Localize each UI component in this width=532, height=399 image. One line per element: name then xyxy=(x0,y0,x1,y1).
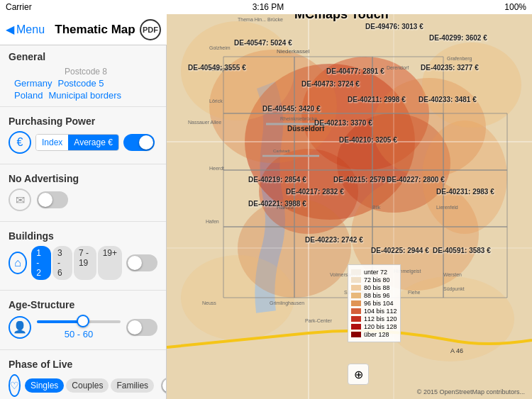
toggle-thumb-na xyxy=(38,193,52,207)
svg-text:Derendorf: Derendorf xyxy=(387,65,409,70)
legend-item-7: 120 bis 128 xyxy=(351,323,397,330)
no-advertising-toggle[interactable] xyxy=(37,191,68,208)
back-button[interactable]: ◀ Menu xyxy=(6,23,45,36)
svg-text:Rheinkniebrücke: Rheinkniebrücke xyxy=(280,116,317,121)
pp-toggle-switch[interactable] xyxy=(123,134,155,151)
germany-item[interactable]: Germany xyxy=(14,78,52,89)
legend-item-1: 72 bis 80 xyxy=(351,276,397,283)
svg-text:Bilk: Bilk xyxy=(372,205,381,210)
nav-bar: ◀ Menu Thematic Map PDF xyxy=(0,14,167,45)
age-slider-thumb[interactable] xyxy=(77,315,89,327)
map-legend: unter 72 72 bis 80 80 bis 88 88 bis 96 9… xyxy=(348,264,401,342)
location-button[interactable]: ⊕ xyxy=(348,364,369,385)
legend-color-6 xyxy=(351,316,361,322)
svg-text:Heerdt: Heerdt xyxy=(209,166,224,171)
svg-text:Wersten: Wersten xyxy=(443,272,462,277)
phase-tag-families[interactable]: Families xyxy=(111,378,154,393)
legend-color-0 xyxy=(351,269,361,275)
legend-label-1: 72 bis 80 xyxy=(364,276,390,283)
legend-label-7: 120 bis 128 xyxy=(364,323,397,330)
pdf-label: PDF xyxy=(143,26,158,34)
no-advertising-title: No Advertising xyxy=(9,173,157,184)
carrier-label: Carrier xyxy=(6,2,32,12)
age-slider-label: 50 - 60 xyxy=(37,329,121,339)
time-label: 3:16 PM xyxy=(253,2,284,12)
buildings-section: Buildings ⌂ 1 - 2 3 - 6 7 - 19 19+ xyxy=(0,225,166,287)
euro-icon: € xyxy=(9,131,31,154)
pp-toggle-group[interactable]: Index Average € xyxy=(35,134,119,151)
building-tag-7-19[interactable]: 7 - 19 xyxy=(74,246,96,280)
back-arrow-icon: ◀ xyxy=(6,23,14,36)
legend-item-5: 104 bis 112 xyxy=(351,308,397,315)
phase-of-live-row: ♡ Singles Couples Families xyxy=(9,374,157,397)
pp-average-button[interactable]: Average € xyxy=(68,135,118,150)
age-structure-section: Age-Structure 👤 50 - 60 xyxy=(0,293,166,347)
building-tag-3-6[interactable]: 3 - 6 xyxy=(52,246,72,280)
buildings-toggle[interactable] xyxy=(126,254,157,271)
municipal-borders-item[interactable]: Municipal borders xyxy=(48,90,121,101)
toggle-thumb xyxy=(139,135,153,150)
pp-index-button[interactable]: Index xyxy=(36,135,68,150)
legend-label-8: über 128 xyxy=(364,331,389,338)
no-advertising-row: ✉ xyxy=(9,189,157,211)
mail-icon: ✉ xyxy=(9,189,31,211)
map-area[interactable]: A 46 Düsseldorf Hamm Hafen Heerdt Lörick… xyxy=(167,0,532,399)
svg-text:Rheinpark: Rheinpark xyxy=(209,67,232,72)
no-advertising-section: No Advertising ✉ xyxy=(0,167,166,218)
legend-color-3 xyxy=(351,293,361,298)
svg-text:Südpunkt: Südpunkt xyxy=(443,286,465,292)
buildings-row: ⌂ 1 - 2 3 - 6 7 - 19 19+ xyxy=(9,246,157,280)
svg-text:Grafenberg: Grafenberg xyxy=(447,56,472,62)
building-tag-1-2[interactable]: 1 - 2 xyxy=(31,246,51,280)
svg-text:Neuss: Neuss xyxy=(202,300,216,305)
svg-text:Thema Hin... Brücke: Thema Hin... Brücke xyxy=(238,17,283,22)
svg-text:Nieder­kassel: Nieder­kassel xyxy=(277,48,309,55)
legend-label-2: 80 bis 88 xyxy=(364,284,390,291)
legend-label-5: 104 bis 112 xyxy=(364,308,397,315)
toggle-thumb-age xyxy=(128,320,142,335)
svg-text:Grimlinghausen: Grimlinghausen xyxy=(270,300,304,306)
divider-4 xyxy=(0,290,166,291)
age-slider-track xyxy=(37,320,121,323)
svg-text:Hafen: Hafen xyxy=(206,219,219,224)
legend-color-1 xyxy=(351,277,361,283)
svg-text:Flehe: Flehe xyxy=(408,290,421,295)
svg-text:Düsseldorf: Düsseldorf xyxy=(287,125,325,133)
legend-label-4: 96 bis 104 xyxy=(364,300,394,307)
legend-color-5 xyxy=(351,308,361,314)
page-title: Thematic Map xyxy=(50,23,140,37)
phase-tag-singles[interactable]: Singles xyxy=(25,378,64,393)
svg-point-10 xyxy=(181,21,294,120)
legend-item-4: 96 bis 104 xyxy=(351,300,397,307)
legend-label-3: 88 bis 96 xyxy=(364,292,390,299)
legend-item-8: über 128 xyxy=(351,331,397,338)
legend-item-6: 112 bis 120 xyxy=(351,315,397,322)
person-icon: 👤 xyxy=(9,316,31,339)
general-section: General Postcode 8 Germany Postcode 5 Po… xyxy=(0,45,166,103)
poland-item[interactable]: Poland xyxy=(14,90,43,101)
svg-text:Lierenfeld: Lierenfeld xyxy=(436,205,458,210)
age-toggle[interactable] xyxy=(126,319,157,336)
age-structure-row: 👤 50 - 60 xyxy=(9,315,157,339)
legend-item-2: 80 bis 88 xyxy=(351,284,397,291)
legend-label-6: 112 bis 120 xyxy=(364,315,397,322)
postcode8-item[interactable]: Postcode 8 xyxy=(14,67,157,77)
divider-1 xyxy=(0,106,166,107)
building-tag-19plus[interactable]: 19+ xyxy=(98,246,122,280)
age-slider-container[interactable]: 50 - 60 xyxy=(37,315,121,339)
home-icon: ⌂ xyxy=(9,252,27,274)
purchasing-power-row: € Index Average € xyxy=(9,131,157,154)
svg-point-11 xyxy=(422,43,521,128)
phase-tag-couples[interactable]: Couples xyxy=(66,378,109,393)
legend-item-0: unter 72 xyxy=(351,269,397,276)
phase-tag-group: Singles Couples Families xyxy=(25,378,154,393)
heartbeat-icon: ♡ xyxy=(9,374,21,397)
phase-of-live-section: Phase of Live ♡ Singles Couples Families xyxy=(0,353,166,399)
age-structure-title: Age-Structure xyxy=(9,299,157,310)
battery-label: 100% xyxy=(504,2,526,12)
phase-toggle[interactable] xyxy=(161,377,167,394)
postcode5-item[interactable]: Postcode 5 xyxy=(57,78,104,89)
buildings-title: Buildings xyxy=(9,230,157,242)
pdf-button[interactable]: PDF xyxy=(140,19,161,40)
legend-item-3: 88 bis 96 xyxy=(351,292,397,299)
